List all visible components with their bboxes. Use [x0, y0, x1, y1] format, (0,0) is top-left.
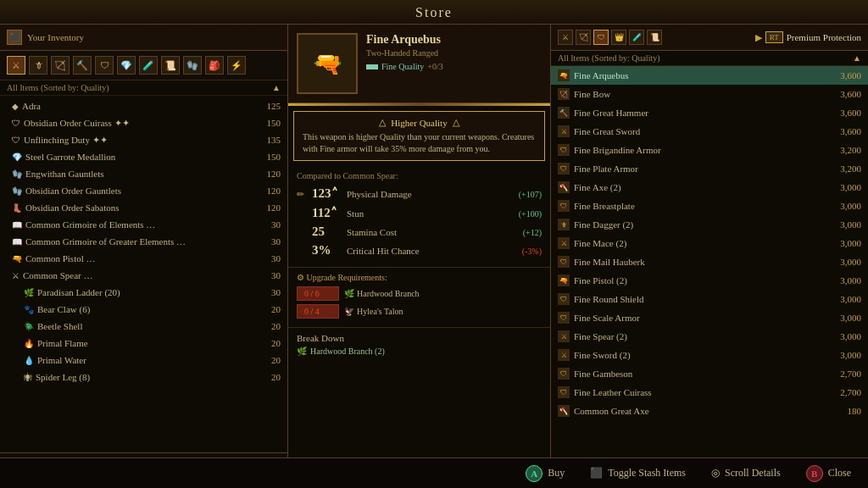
store-item-price: 3,600 [827, 89, 861, 99]
cat-bag[interactable]: 🎒 [205, 56, 224, 75]
store-item[interactable]: 🛡 Fine Leather Cuirass 2,700 [551, 383, 868, 402]
list-item[interactable]: 💎 Steel Garrote Medallion 150 [0, 148, 287, 165]
store-item[interactable]: 🔨 Fine Great Hammer 3,600 [551, 103, 868, 122]
store-item[interactable]: ⚔ Fine Mace (2) 3,000 [551, 234, 868, 252]
store-item[interactable]: 🪓 Common Great Axe 180 [551, 402, 868, 420]
cat-ranged[interactable]: 🏹 [51, 56, 70, 75]
store-item[interactable]: 🛡 Fine Plate Armor 3,200 [551, 159, 868, 178]
store-item[interactable]: ⚔ Fine Spear (2) 3,000 [551, 327, 868, 346]
toggle-label: Toggle Stash Items [608, 467, 686, 480]
higher-quality-banner: △ Higher Quality △ This weapon is higher… [293, 111, 545, 161]
list-item[interactable]: 💧 Primal Water 20 [0, 352, 287, 369]
store-item[interactable]: 🛡 Fine Brigandine Armor 3,200 [551, 141, 868, 159]
stat-icon: ✏ [297, 189, 307, 200]
list-item[interactable]: 🌿 Paradisan Ladder (20) 30 [0, 284, 287, 301]
store-cat-ranged[interactable]: 🏹 [576, 30, 591, 45]
inventory-list[interactable]: ◆ Adra 125 🛡 Obsidian Order Cuirass ✦✦ 1… [0, 96, 287, 452]
list-item[interactable]: 🧤 Obsidian Order Gauntlets 120 [0, 182, 287, 199]
list-item[interactable]: 🛡 Unflinching Duty ✦✦ 135 [0, 131, 287, 148]
store-item-price: 3,000 [827, 238, 861, 248]
cat-hammer[interactable]: 🔨 [73, 56, 92, 75]
stat-name: Stamina Cost [347, 227, 518, 237]
cat-magic[interactable]: ⚡ [227, 56, 246, 75]
toggle-icon: ⬛ [590, 467, 603, 480]
store-list[interactable]: 🔫 Fine Arquebus 3,600 🏹 Fine Bow 3,600 🔨… [551, 66, 868, 485]
buy-label: Buy [548, 467, 565, 480]
list-item[interactable]: 🕷 Spider Leg (8) 20 [0, 369, 287, 385]
cat-swords[interactable]: 🗡 [29, 56, 47, 75]
item-icon: 🛡 [12, 119, 20, 128]
list-item[interactable]: 🔫 Common Pistol … 30 [0, 250, 287, 267]
toggle-stash-action[interactable]: ⬛ Toggle Stash Items [590, 467, 686, 480]
list-item[interactable]: ⚔ Common Spear … 30 [0, 267, 287, 284]
req-current: 0 [304, 307, 309, 316]
cat-potions[interactable]: 🧪 [139, 56, 158, 75]
item-count: 20 [271, 355, 281, 365]
item-count: 150 [267, 118, 281, 128]
store-item[interactable]: 🪓 Fine Axe (2) 3,000 [551, 178, 868, 197]
store-cat-scroll[interactable]: 📜 [647, 30, 662, 45]
close-action[interactable]: B Close [806, 465, 851, 482]
stat-delta: (+107) [519, 190, 542, 199]
store-item-name: Fine Mace (2) [574, 238, 827, 248]
item-icon: 🌿 [24, 288, 34, 297]
store-item[interactable]: 🏹 Fine Bow 3,600 [551, 85, 868, 103]
item-name: Spider Leg (8) [36, 372, 271, 382]
cat-all[interactable]: ⚔ [7, 56, 25, 75]
cat-scroll[interactable]: 📜 [161, 56, 180, 75]
item-name: Obsidian Order Sabatons [25, 202, 267, 213]
store-item[interactable]: 🛡 Fine Scale Armor 3,000 [551, 308, 868, 327]
store-category-bar: ⚔ 🏹 🛡 👑 🧪 📜 [558, 30, 662, 45]
store-cat-helm[interactable]: 👑 [611, 30, 626, 45]
store-item[interactable]: ⚔ Fine Great Sword 3,600 [551, 122, 868, 141]
list-item[interactable]: ◆ Adra 125 [0, 97, 287, 114]
store-item[interactable]: 🛡 Fine Gambeson 2,700 [551, 364, 868, 383]
store-title: Store [0, 0, 868, 25]
req-label: Hylea's Talon [357, 307, 403, 316]
list-item[interactable]: 🐾 Bear Claw (6) 20 [0, 301, 287, 318]
list-item[interactable]: 🛡 Obsidian Order Cuirass ✦✦ 150 [0, 114, 287, 131]
list-item[interactable]: 🪲 Beetle Shell 20 [0, 318, 287, 335]
list-item[interactable]: 📖 Common Grimoire of Greater Elements … … [0, 233, 287, 250]
item-detail-panel: 🔫 Fine Arquebus Two-Handed Ranged Fine Q… [288, 25, 551, 485]
store-item[interactable]: 🛡 Fine Round Shield 3,000 [551, 290, 868, 308]
store-item-name: Fine Scale Armor [574, 313, 827, 323]
store-panel: ⚔ 🏹 🛡 👑 🧪 📜 ▶ RT Premium Protection All … [551, 25, 868, 485]
store-cat-potion[interactable]: 🧪 [629, 30, 644, 45]
item-icon: 📖 [12, 220, 22, 230]
list-item[interactable]: 👢 Obsidian Order Sabatons 120 [0, 199, 287, 216]
cat-gems[interactable]: 💎 [117, 56, 136, 75]
scroll-details-action[interactable]: ◎ Scroll Details [711, 467, 781, 480]
cat-shield[interactable]: 🛡 [95, 56, 114, 75]
buy-action[interactable]: A Buy [526, 465, 565, 482]
store-item[interactable]: 🗡 Fine Dagger (2) 3,000 [551, 215, 868, 234]
stats-section: Compared to Common Spear: ✏ 123˄ Physica… [288, 166, 550, 267]
detail-separator [288, 103, 550, 106]
store-cat-chest[interactable]: 🛡 [593, 30, 609, 45]
store-item-icon: 🪓 [558, 405, 570, 417]
item-count: 20 [271, 338, 281, 348]
store-item-icon: 🛡 [558, 293, 570, 305]
breakdown-item: 🌿Hardwood Branch (2) [297, 347, 542, 356]
stat-name: Stun [347, 208, 514, 219]
store-cat-icon[interactable]: ⚔ [558, 30, 573, 45]
item-icon: ⚔ [12, 271, 19, 280]
item-image: 🔫 [297, 33, 358, 94]
cat-gloves[interactable]: 🧤 [183, 56, 202, 75]
stat-name: Physical Damage [347, 189, 514, 199]
store-item[interactable]: ⚔ Fine Sword (2) 3,000 [551, 346, 868, 364]
breakdown-section: Break Down 🌿Hardwood Branch (2) [288, 327, 550, 361]
req-name: 🌿 Hardwood Branch [344, 289, 420, 298]
stat-value: 3% [312, 243, 342, 258]
list-item[interactable]: 📖 Common Grimoire of Elements … 30 [0, 216, 287, 233]
item-count: 20 [271, 372, 281, 382]
store-item[interactable]: 🔫 Fine Arquebus 3,600 [551, 66, 868, 85]
list-item[interactable]: 🧤 Engwithan Gauntlets 120 [0, 165, 287, 182]
list-item[interactable]: 🔥 Primal Flame 20 [0, 335, 287, 352]
stat-row: 112˄ Stun (+100) [297, 205, 542, 220]
store-item[interactable]: 🛡 Fine Mail Hauberk 3,000 [551, 252, 868, 271]
store-item[interactable]: 🔫 Fine Pistol (2) 3,000 [551, 271, 868, 290]
item-count: 120 [267, 169, 281, 179]
store-item[interactable]: 🛡 Fine Breastplate 3,000 [551, 197, 868, 215]
item-type: Two-Handed Ranged [366, 48, 542, 58]
